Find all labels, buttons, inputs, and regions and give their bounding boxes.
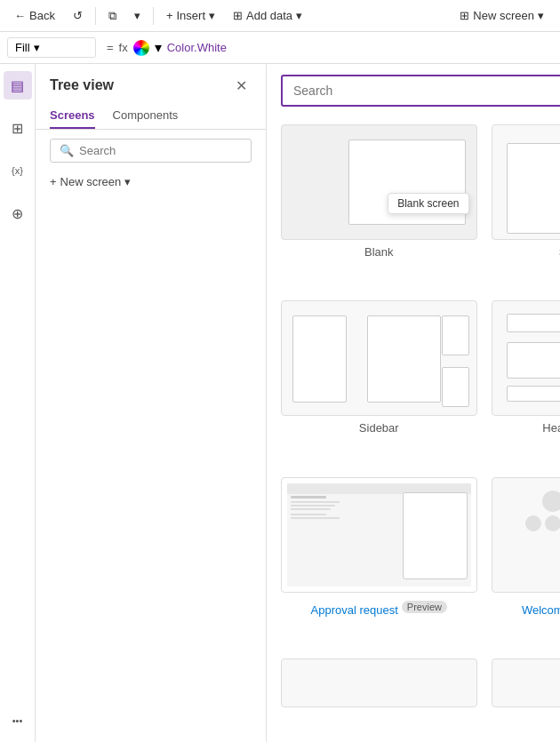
color-picker[interactable] [133,40,149,56]
copy-chevron[interactable]: ▾ [127,5,148,26]
approval-content [291,496,340,521]
template-item-bottom-1[interactable] [281,658,477,735]
hf-thumbnail[interactable] [492,300,561,416]
fill-label: Fill [15,41,30,54]
add-data-button[interactable]: ⊞ Add data ▾ [226,5,309,26]
overlay-search-input[interactable] [293,84,560,98]
grid-button[interactable]: ⊞ [4,114,32,142]
tree-new-screen-button[interactable]: + New screen ▾ [36,172,266,195]
new-screen-button[interactable]: ⊞ New screen ▾ [451,5,553,26]
blank-label: Blank [364,245,394,259]
tree-close-button[interactable]: ✕ [230,75,252,96]
tab-screens[interactable]: Screens [50,103,95,129]
template-item-approval[interactable]: Approval request Preview [281,477,477,644]
new-screen-chevron-icon: ▾ [538,9,544,22]
add-data-chevron-icon: ▾ [296,9,302,22]
copy-icon: ⧉ [108,9,116,23]
hf-label: Header and footer [542,421,560,435]
template-item-header-footer[interactable]: Header and footer [492,300,561,462]
fill-chevron-icon: ▾ [34,41,40,54]
tree-search-field[interactable]: 🔍 [50,139,252,163]
color-chevron-icon: ▾ [155,39,162,56]
approval-inner [287,483,471,586]
tree-header: Tree view ✕ [36,64,266,103]
tree-search-icon: 🔍 [60,144,74,157]
tree-chevron-icon: ▾ [124,175,131,188]
add-data-icon: ⊞ [233,9,243,22]
more-button[interactable]: ••• [4,706,32,735]
grid-icon: ⊞ [12,120,23,137]
tree-title: Tree view [50,77,114,93]
welcome-circle-sm-2 [545,515,560,531]
left-icon-panel: ▤ ⊞ {x} ⊕ ••• [0,64,36,742]
back-icon: ← [14,9,26,22]
approval-phone [403,492,467,580]
welcome-circle-1 [542,491,560,512]
welcome-left [500,487,561,578]
close-icon: ✕ [236,77,247,94]
approval-thumbnail[interactable] [281,477,477,593]
sidebar-right-bottom [442,367,469,407]
hf-header [507,314,561,331]
overlay-search-box[interactable] [281,75,560,107]
tree-search-input[interactable] [79,144,242,157]
welcome-circle-sm-1 [525,515,541,531]
components-tab-label: Components [113,108,179,122]
split-thumbnail[interactable] [492,124,561,240]
template-item-bottom-2[interactable] [492,658,561,735]
blank-thumbnail[interactable]: Blank screen [281,124,477,240]
template-item-split[interactable]: Split screen [492,124,561,286]
variable-icon: {x} [12,165,23,176]
tree-tabs: Screens Components [36,103,266,130]
fill-select[interactable]: Fill ▾ [7,37,96,58]
insert-chevron-icon: ▾ [209,9,215,22]
fx-icon: fx [119,41,128,54]
bottom-partial-left-thumb[interactable] [281,658,477,707]
tab-components[interactable]: Components [113,103,179,129]
copy-button[interactable]: ⧉ [101,5,124,27]
main-layout: ▤ ⊞ {x} ⊕ ••• Tree view ✕ Screens Compon… [0,64,560,742]
back-label: Back [29,9,55,22]
tree-panel: Tree view ✕ Screens Components 🔍 + New s… [36,64,267,742]
back-button[interactable]: ← Back [7,5,62,26]
template-item-blank[interactable]: Blank screen Blank [281,124,477,286]
split-left [507,143,561,234]
plus-icon: + [166,9,173,22]
search-button[interactable]: ⊕ [4,199,32,227]
sidebar-right-top [442,315,469,355]
approval-preview-badge: Preview [402,601,447,613]
insert-button[interactable]: + Insert ▾ [159,5,222,26]
hf-footer [507,386,561,402]
variable-button[interactable]: {x} [4,156,32,185]
color-value: Color.White [167,41,227,54]
overlay-panel: Blank screen Blank Split screen [267,64,560,742]
screens-tab-label: Screens [50,108,95,122]
top-toolbar: ← Back ↺ ⧉ ▾ + Insert ▾ ⊞ Add data ▾ ⊞ N… [0,0,560,32]
layers-button[interactable]: ▤ [4,71,32,100]
fill-bar: Fill ▾ = fx ▾ Color.White [0,32,560,64]
layers-icon: ▤ [11,77,24,94]
approval-label: Approval request [311,603,398,617]
undo-button[interactable]: ↺ [66,5,90,26]
sidebar-label: Sidebar [359,421,399,435]
template-item-sidebar[interactable]: Sidebar [281,300,477,462]
template-item-welcome[interactable]: Welcome screen Preview [492,477,561,644]
undo-icon: ↺ [73,9,83,22]
insert-label: Insert [177,9,206,22]
canvas-area: Blank screen Blank Split screen [267,64,560,742]
chevron-down-icon: ▾ [134,9,140,22]
blank-tooltip: Blank screen [388,193,468,214]
divider-2 [153,7,154,25]
welcome-thumbnail[interactable] [492,477,561,593]
tree-search-container: 🔍 [36,130,266,172]
more-icon: ••• [12,715,23,726]
welcome-circles-row [500,515,561,531]
sidebar-left [292,315,347,402]
sidebar-thumbnail[interactable] [281,300,477,416]
bottom-partial-right-thumb[interactable] [492,658,561,707]
template-grid: Blank screen Blank Split screen [267,117,560,742]
divider-1 [95,7,96,25]
search-icon: ⊕ [12,205,23,222]
tree-new-screen-label: New screen [60,175,122,188]
fx-area: = fx ▾ Color.White [107,39,227,56]
